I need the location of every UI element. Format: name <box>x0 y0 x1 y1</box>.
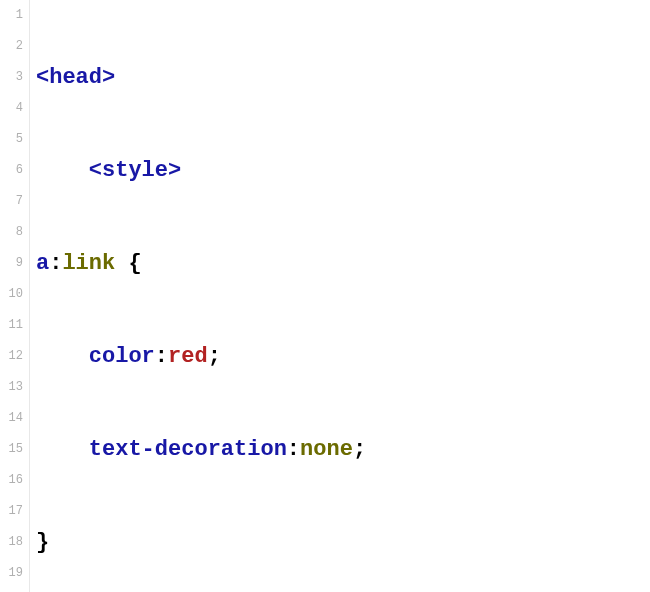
line-number: 6 <box>0 155 23 186</box>
code-line: color:red; <box>36 341 650 372</box>
line-number: 11 <box>0 310 23 341</box>
brace-open: { <box>128 251 141 276</box>
line-number: 14 <box>0 403 23 434</box>
space <box>115 251 128 276</box>
tag-bracket: < <box>89 158 102 183</box>
tag-bracket: < <box>36 65 49 90</box>
line-number: 5 <box>0 124 23 155</box>
line-number: 7 <box>0 186 23 217</box>
line-number: 8 <box>0 217 23 248</box>
tag-name: style <box>102 158 168 183</box>
code-line: } <box>36 527 650 558</box>
line-number: 17 <box>0 496 23 527</box>
semicolon: ; <box>208 344 221 369</box>
css-value: none <box>300 437 353 462</box>
selector-element: a <box>36 251 49 276</box>
semicolon: ; <box>353 437 366 462</box>
code-line: <head> <box>36 62 650 93</box>
line-number: 10 <box>0 279 23 310</box>
tag-bracket: > <box>168 158 181 183</box>
line-number: 3 <box>0 62 23 93</box>
indent <box>36 437 89 462</box>
line-number: 16 <box>0 465 23 496</box>
line-number: 4 <box>0 93 23 124</box>
line-number: 18 <box>0 527 23 558</box>
line-number: 9 <box>0 248 23 279</box>
code-editor[interactable]: <head> <style> a:link { color:red; text-… <box>30 0 650 592</box>
tag-bracket: > <box>102 65 115 90</box>
code-line: a:link { <box>36 248 650 279</box>
line-number: 15 <box>0 434 23 465</box>
code-line: <style> <box>36 155 650 186</box>
tag-name: head <box>49 65 102 90</box>
line-number: 1 <box>0 0 23 31</box>
colon: : <box>49 251 62 276</box>
code-line: text-decoration:none; <box>36 434 650 465</box>
css-property: color <box>89 344 155 369</box>
line-number: 12 <box>0 341 23 372</box>
css-property: text-decoration <box>89 437 287 462</box>
css-value: red <box>168 344 208 369</box>
brace-close: } <box>36 530 49 555</box>
indent <box>36 158 89 183</box>
line-number-gutter: 1 2 3 4 5 6 7 8 9 10 11 12 13 14 15 16 1… <box>0 0 30 592</box>
line-number: 2 <box>0 31 23 62</box>
colon: : <box>287 437 300 462</box>
line-number: 19 <box>0 558 23 589</box>
line-number: 13 <box>0 372 23 403</box>
colon: : <box>155 344 168 369</box>
selector-pseudo: link <box>62 251 115 276</box>
indent <box>36 344 89 369</box>
